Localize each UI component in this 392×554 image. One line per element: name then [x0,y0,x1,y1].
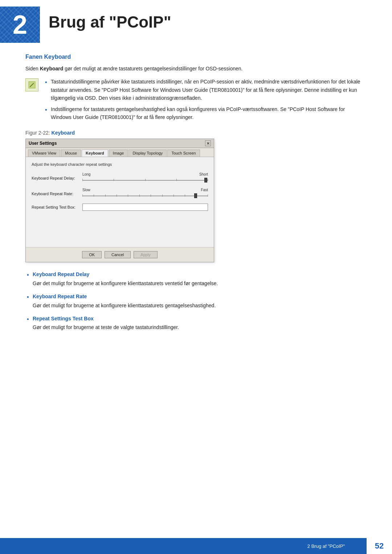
tick [94,194,94,197]
tick [208,194,208,197]
feature-bullet-item-2: Keyboard Repeat Rate Gør det muligt for … [25,292,367,309]
feature-heading-3: Repeat Settings Test Box [33,316,94,321]
feature-bullet-2: Keyboard Repeat Rate Gør det muligt for … [25,292,367,309]
chapter-title: Brug af "PCoIP" [40,7,171,31]
tick [105,194,106,197]
feature-item-3: Repeat Settings Test Box Gør det muligt … [25,315,367,332]
tick [114,179,114,181]
keyboard-repeat-rate-label: Keyboard Repeat Rate: [32,192,82,196]
dialog-title: User Settings [29,141,57,146]
repeat-test-input[interactable] [82,204,208,211]
note-bullet-2: Indstillingerne for tastaturets gentagel… [44,105,367,122]
delay-min-label: Long [82,172,90,176]
page-footer: 2 Brug af "PCoIP" 52 [0,538,392,554]
rate-track-area[interactable] [82,193,208,199]
tab-display-topology[interactable]: Display Topology [128,149,167,157]
delay-ticks [82,179,208,181]
tick [162,194,163,197]
apply-button[interactable]: Apply [134,251,158,258]
intro-rest: gør det muligt at ændre tastaturets gent… [63,66,242,71]
section-heading: Fanen Keyboard [25,54,367,60]
note-icon [25,78,38,91]
feature-desc-1: Gør det muligt for brugerne at konfigure… [33,279,367,287]
dialog-close-button[interactable]: ✕ [205,140,211,146]
note-box: Tastaturindstillingerne påvirker ikke ta… [25,78,367,126]
chapter-number-text: 2 [13,10,27,40]
tick [128,194,128,197]
tab-keyboard[interactable]: Keyboard [82,149,108,157]
delay-track-area[interactable] [82,177,208,184]
footer-text: 2 Brug af "PCoIP" [307,543,367,549]
dialog-window: User Settings ✕ VMware View Mouse Keyboa… [25,139,214,262]
tick [117,194,117,197]
tick [82,194,83,197]
tick [173,194,174,197]
tick [82,179,83,181]
figure-label-text: Figur 2-22: [25,130,52,136]
dialog-description: Adjust the keyboard character repeat set… [32,162,208,167]
cancel-button[interactable]: Cancel [105,251,131,258]
intro-bold: Keyboard [40,66,64,71]
feature-list: Keyboard Repeat Delay Gør det muligt for… [25,270,367,331]
dialog-spacer [32,214,208,243]
feature-heading-2: Keyboard Repeat Rate [33,294,87,299]
feature-item-2: Keyboard Repeat Rate Gør det muligt for … [25,292,367,309]
note-bullet-list: Tastaturindstillingerne påvirker ikke ta… [44,78,367,121]
tick [185,194,185,197]
note-bullet-1: Tastaturindstillingerne påvirker ikke ta… [44,78,367,102]
tab-vmware-view[interactable]: VMware View [28,149,60,157]
rate-thumb[interactable] [194,193,197,198]
chapter-number: 2 [0,7,40,43]
footer-page-number: 52 [367,538,392,554]
intro-text: Siden [25,66,40,71]
keyboard-repeat-delay-slider-group: Long Short [82,172,208,184]
pencil-icon [28,81,36,89]
feature-heading-1: Keyboard Repeat Delay [33,271,89,277]
tab-touch-screen[interactable]: Touch Screen [167,149,200,157]
keyboard-repeat-delay-row: Keyboard Repeat Delay: Long Short [32,172,208,184]
tick [176,179,177,181]
feature-desc-2: Gør det muligt for brugerne at konfigure… [33,301,367,309]
feature-bullet-item-3: Repeat Settings Test Box Gør det muligt … [25,315,367,332]
feature-bullet-item-1: Keyboard Repeat Delay Gør det muligt for… [25,270,367,287]
rate-min-label: Slow [82,188,90,192]
feature-item-1: Keyboard Repeat Delay Gør det muligt for… [25,270,367,287]
note-content: Tastaturindstillingerne påvirker ikke ta… [44,78,367,126]
delay-scale-labels: Long Short [82,172,208,176]
figure-label: Figur 2-22: Keyboard [25,130,367,136]
feature-bullet-3: Repeat Settings Test Box Gør det muligt … [25,315,367,332]
feature-desc-3: Gør det muligt for brugerne at teste de … [33,323,367,331]
tick [139,194,140,197]
dialog-tabs: VMware View Mouse Keyboard Image Display… [26,148,214,157]
ok-button[interactable]: OK [82,251,102,258]
intro-paragraph: Siden Keyboard gør det muligt at ændre t… [25,65,367,73]
chapter-header: 2 Brug af "PCoIP" [0,0,392,43]
repeat-test-label: Repeat Setting Test Box: [32,205,82,209]
repeat-test-box-row: Repeat Setting Test Box: [32,204,208,211]
tick [151,194,151,197]
delay-thumb[interactable] [204,178,207,182]
tick [145,179,146,181]
tab-mouse[interactable]: Mouse [61,149,81,157]
rate-ticks [82,194,208,197]
rate-scale-labels: Slow Fast [82,188,208,192]
dialog-footer: OK Cancel Apply [26,247,214,262]
dialog-titlebar: User Settings ✕ [26,139,214,148]
tick [208,179,208,181]
keyboard-repeat-delay-label: Keyboard Repeat Delay: [32,176,82,180]
dialog-body: Adjust the keyboard character repeat set… [26,157,214,247]
tab-image[interactable]: Image [109,149,128,157]
keyboard-repeat-rate-row: Keyboard Repeat Rate: Slow Fast [32,188,208,199]
main-content: Fanen Keyboard Siden Keyboard gør det mu… [0,54,392,358]
feature-bullet-1: Keyboard Repeat Delay Gør det muligt for… [25,270,367,287]
rate-max-label: Fast [201,188,208,192]
figure-bold: Keyboard [52,130,75,136]
keyboard-repeat-rate-slider-group: Slow Fast [82,188,208,199]
delay-max-label: Short [199,172,208,176]
